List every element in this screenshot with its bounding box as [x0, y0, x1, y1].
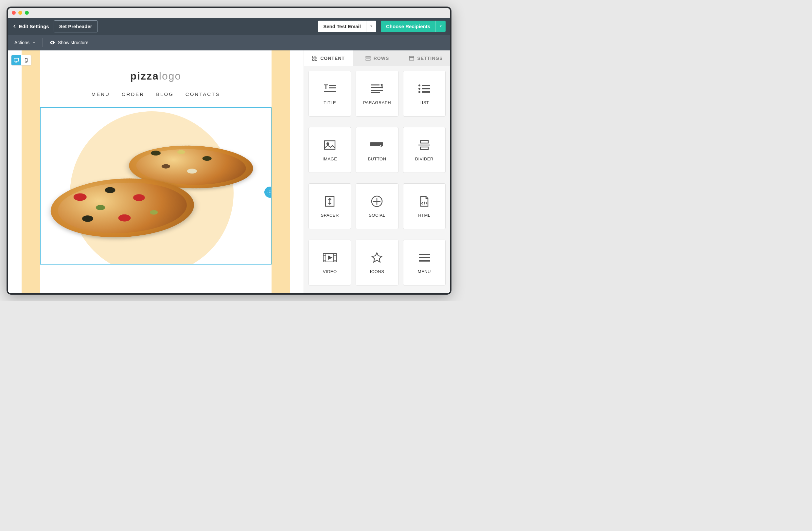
show-structure-label: Show structure — [58, 40, 88, 45]
send-test-dropdown[interactable] — [366, 20, 376, 32]
choose-recipients-button[interactable]: Choose Recipients — [381, 20, 435, 32]
tab-content-label: CONTENT — [320, 56, 345, 61]
maximize-icon[interactable] — [25, 11, 29, 15]
preview-background-right — [272, 51, 290, 295]
svg-rect-17 — [371, 87, 383, 88]
svg-rect-35 — [419, 257, 430, 258]
svg-rect-34 — [419, 254, 430, 255]
block-social[interactable]: SOCIAL — [356, 183, 398, 229]
block-html-label: HTML — [418, 213, 430, 218]
svg-rect-26 — [324, 141, 335, 149]
spacer-icon — [322, 195, 337, 208]
topping — [161, 164, 171, 169]
panel-tabs: CONTENT ROWS SETTINGS — [304, 51, 450, 66]
svg-rect-15 — [371, 84, 379, 85]
topping — [187, 169, 198, 174]
caret-down-icon — [439, 25, 442, 28]
block-divider-label: DIVIDER — [415, 156, 434, 162]
logo-text: pizzalogo — [40, 70, 272, 82]
view-toggle — [11, 55, 31, 66]
tab-rows[interactable]: ROWS — [353, 51, 402, 66]
block-icons[interactable]: ICONS — [356, 240, 398, 285]
mobile-view-button[interactable] — [21, 55, 31, 65]
svg-rect-5 — [315, 56, 317, 58]
block-paragraph-label: PARAGRAPH — [363, 100, 391, 105]
topping — [132, 194, 146, 201]
divider-icon — [417, 139, 432, 151]
svg-text:T: T — [324, 83, 328, 90]
svg-rect-25 — [422, 91, 430, 93]
svg-rect-3 — [270, 192, 271, 193]
move-handle[interactable] — [264, 186, 272, 198]
block-button[interactable]: BUTTON — [356, 127, 398, 173]
choose-recipients-dropdown[interactable] — [435, 20, 446, 32]
move-icon — [267, 189, 272, 195]
selected-image-block[interactable] — [40, 107, 272, 265]
nav-menu[interactable]: MENU — [91, 91, 110, 97]
editor-content: pizzalogo MENU ORDER BLOG CONTACTS — [8, 51, 450, 295]
tab-content[interactable]: CONTENT — [304, 51, 353, 66]
topping — [150, 151, 161, 156]
block-image[interactable]: IMAGE — [308, 127, 351, 173]
minimize-icon[interactable] — [18, 11, 22, 15]
svg-rect-19 — [371, 92, 380, 93]
block-list[interactable]: LIST — [403, 71, 446, 116]
block-video-label: VIDEO — [323, 269, 337, 274]
edit-settings-link[interactable]: Edit Settings — [12, 24, 49, 29]
svg-rect-12 — [329, 85, 336, 86]
svg-point-20 — [418, 84, 420, 86]
mobile-icon — [24, 58, 29, 63]
svg-rect-29 — [420, 140, 428, 143]
actions-dropdown[interactable]: Actions — [14, 40, 36, 45]
block-menu-label: MENU — [418, 269, 431, 274]
topping — [104, 186, 116, 194]
svg-rect-6 — [313, 59, 314, 60]
set-preheader-button[interactable]: Set Preheader — [54, 20, 98, 32]
nav-contacts[interactable]: CONTACTS — [186, 91, 220, 97]
block-paragraph[interactable]: ¶ PARAGRAPH — [356, 71, 398, 116]
send-test-email-button[interactable]: Send Test Email — [318, 20, 366, 32]
topping — [177, 150, 186, 154]
desktop-view-button[interactable] — [12, 55, 21, 65]
video-icon — [322, 251, 337, 264]
block-image-label: IMAGE — [322, 156, 337, 162]
topping — [149, 210, 158, 215]
block-html[interactable]: HTML — [403, 183, 446, 229]
image-icon — [322, 139, 337, 151]
svg-rect-13 — [329, 87, 336, 88]
editor-subbar: Actions Show structure — [8, 35, 450, 51]
nav-order[interactable]: ORDER — [122, 91, 144, 97]
svg-rect-10 — [410, 56, 414, 60]
desktop-icon — [13, 57, 19, 63]
block-title[interactable]: T TITLE — [308, 71, 351, 116]
block-menu[interactable]: MENU — [403, 240, 446, 285]
button-icon — [370, 139, 384, 151]
paragraph-icon: ¶ — [370, 83, 384, 95]
tab-settings[interactable]: SETTINGS — [402, 51, 450, 66]
svg-rect-0 — [14, 58, 19, 61]
block-spacer[interactable]: SPACER — [308, 183, 351, 229]
rows-icon — [365, 55, 371, 61]
close-icon[interactable] — [12, 11, 16, 15]
email-body[interactable]: pizzalogo MENU ORDER BLOG CONTACTS — [40, 54, 272, 265]
menu-icon — [417, 251, 432, 264]
edit-settings-label: Edit Settings — [19, 24, 49, 29]
content-blocks-grid: T TITLE ¶ PARAGRAPH LIST IMAGE BUTT — [304, 66, 450, 295]
block-spacer-label: SPACER — [321, 213, 339, 218]
top-toolbar: Edit Settings Set Preheader Send Test Em… — [8, 18, 450, 35]
nav-blog[interactable]: BLOG — [156, 91, 174, 97]
show-structure-toggle[interactable]: Show structure — [49, 40, 88, 45]
block-divider[interactable]: DIVIDER — [403, 127, 446, 173]
logo-light: logo — [159, 70, 182, 82]
topping — [117, 214, 131, 222]
block-video[interactable]: VIDEO — [308, 240, 351, 285]
svg-rect-7 — [315, 59, 317, 60]
svg-rect-21 — [422, 85, 430, 86]
caret-down-icon — [370, 25, 373, 28]
email-preview: pizzalogo MENU ORDER BLOG CONTACTS — [21, 51, 290, 295]
separator — [43, 38, 43, 47]
arrow-left-icon — [12, 24, 17, 28]
svg-rect-23 — [422, 88, 430, 89]
email-canvas[interactable]: pizzalogo MENU ORDER BLOG CONTACTS — [8, 51, 304, 295]
svg-rect-8 — [366, 56, 370, 58]
